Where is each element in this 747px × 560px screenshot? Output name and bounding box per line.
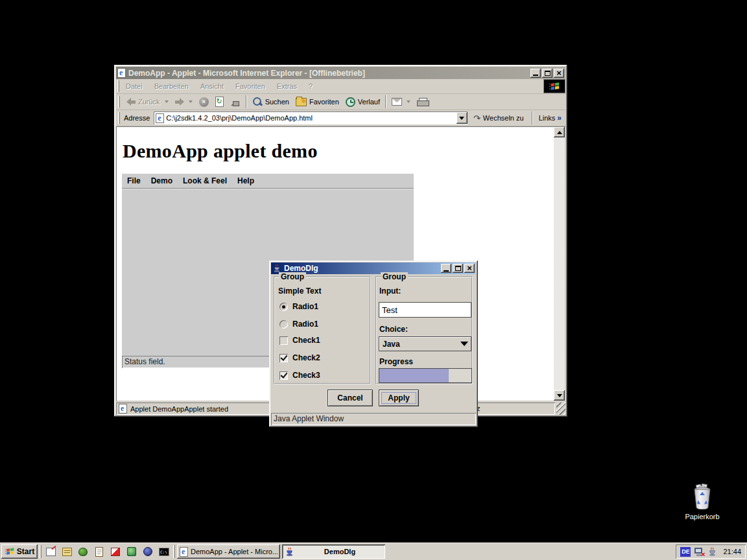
menu-ansicht[interactable]: Ansicht [195, 81, 229, 91]
browser-title: DemoApp - Applet - Microsoft Internet Ex… [128, 69, 529, 78]
browser-toolbar: Zurück × ↻ Suchen Favoriten Verlauf [116, 94, 565, 110]
go-button[interactable]: ↷ Wechseln zu [470, 111, 527, 125]
checkbox-icon[interactable] [279, 354, 288, 362]
history-icon [346, 97, 355, 107]
vertical-scrollbar[interactable] [554, 127, 565, 401]
close-button[interactable]: × [554, 69, 564, 78]
start-button[interactable]: Start [1, 544, 38, 559]
quicklaunch-grip[interactable] [40, 545, 42, 558]
check-row-3[interactable]: Check3 [279, 371, 320, 380]
radio-row-2[interactable]: Radio1 [279, 320, 318, 329]
bug-tool-icon[interactable] [76, 544, 90, 559]
history-button[interactable]: Verlauf [342, 95, 383, 109]
checkbox-icon[interactable] [279, 336, 288, 345]
print-button[interactable] [414, 95, 431, 109]
input-field [379, 302, 471, 318]
address-input[interactable] [166, 113, 455, 123]
command-prompt-icon[interactable]: C:\ [157, 544, 171, 559]
notes-icon[interactable] [60, 544, 74, 559]
check-row-2[interactable]: Check2 [279, 353, 320, 362]
radio-row-1[interactable]: Radio1 [279, 302, 318, 311]
show-desktop-icon[interactable] [43, 544, 58, 559]
mail-icon [392, 98, 402, 106]
search-icon [252, 97, 263, 107]
system-tray: DE × 21:44 [676, 544, 746, 559]
dialog-body: Group Simple Text Radio1 Radio1 Check1 C… [271, 274, 476, 425]
combobox-arrow-icon[interactable] [458, 338, 471, 350]
applet-menu-demo[interactable]: Demo [151, 176, 172, 185]
home-icon [230, 97, 241, 106]
throbber-windows-logo [543, 79, 565, 93]
address-dropdown-button[interactable] [456, 112, 468, 124]
maximize-button[interactable] [542, 69, 552, 78]
links-bar[interactable]: Links » [538, 113, 563, 122]
document-icon[interactable] [92, 544, 106, 559]
recycle-bin-label[interactable]: Papierkorb [679, 513, 726, 520]
globe-icon[interactable] [141, 544, 155, 559]
addressbar-grip[interactable] [118, 112, 120, 124]
back-dropdown-icon[interactable] [165, 100, 169, 105]
home-button[interactable] [227, 95, 244, 109]
menu-extras[interactable]: Extras [272, 81, 302, 91]
address-label: Adresse [124, 114, 150, 122]
forward-dropdown-icon[interactable] [189, 100, 193, 105]
back-button[interactable]: Zurück [123, 95, 172, 109]
search-button[interactable]: Suchen [249, 95, 292, 109]
offline-status-icon[interactable]: × [694, 547, 704, 557]
dialog-close-button[interactable]: × [464, 264, 475, 273]
browser-titlebar[interactable]: DemoApp - Applet - Microsoft Internet Ex… [116, 67, 565, 79]
group-right-title: Group [381, 272, 408, 281]
radio-icon[interactable] [279, 320, 288, 329]
messenger-icon[interactable] [124, 544, 139, 559]
browser-menubar: Datei Bearbeiten Ansicht Favoriten Extra… [116, 79, 565, 94]
media-player-icon[interactable] [108, 544, 123, 559]
address-field [154, 111, 468, 124]
apply-button[interactable]: Apply [379, 390, 419, 406]
links-chevron-icon[interactable]: » [557, 113, 562, 122]
windows-flag-icon [549, 82, 560, 91]
mail-dropdown-icon[interactable] [407, 100, 410, 105]
menu-bearbeiten[interactable]: Bearbeiten [149, 81, 194, 91]
dialog-title: DemoDlg [284, 264, 440, 273]
text-input[interactable] [379, 303, 471, 317]
resize-grip[interactable] [556, 402, 565, 415]
refresh-button[interactable]: ↻ [212, 95, 227, 109]
applet-menu-help[interactable]: Help [237, 176, 254, 185]
scroll-up-button[interactable] [554, 127, 565, 137]
toolbar-grip[interactable] [118, 96, 120, 108]
favorites-button[interactable]: Favoriten [292, 95, 342, 109]
applet-menubar: File Demo Look & Feel Help [122, 174, 414, 189]
recycle-bin[interactable]: Papierkorb [679, 484, 726, 520]
check-row-1[interactable]: Check1 [279, 336, 320, 345]
simple-text-label: Simple Text [278, 286, 321, 296]
forward-button[interactable] [172, 95, 196, 109]
stop-button[interactable]: × [196, 95, 212, 109]
choice-label: Choice: [379, 325, 408, 334]
choice-combobox[interactable]: Java [379, 336, 471, 351]
desktop: { "colors": { "desktop": "#000000", "chr… [0, 0, 747, 560]
menubar-grip[interactable] [117, 80, 119, 92]
refresh-icon: ↻ [215, 97, 224, 107]
applet-menu-lookfeel[interactable]: Look & Feel [183, 176, 227, 185]
progress-bar [379, 368, 472, 383]
applet-menu-file[interactable]: File [127, 176, 141, 185]
keyboard-layout-indicator[interactable]: DE [680, 547, 691, 557]
progress-label: Progress [379, 357, 413, 366]
minimize-button[interactable] [530, 69, 541, 78]
dialog-maximize-button[interactable] [453, 264, 463, 273]
task-button-demodlg[interactable]: DemoDlg [282, 544, 385, 559]
menu-help[interactable]: ? [303, 81, 318, 91]
checkbox-icon[interactable] [279, 371, 288, 380]
java-tray-icon[interactable] [707, 547, 717, 557]
mail-button[interactable] [388, 95, 414, 109]
dialog-minimize-button[interactable] [441, 264, 451, 273]
windows-flag-icon [5, 547, 15, 556]
scroll-down-button[interactable] [554, 390, 565, 401]
internet-explorer-icon [117, 68, 126, 78]
tasks-grip[interactable] [173, 545, 175, 558]
radio-icon[interactable] [279, 303, 288, 311]
menu-datei[interactable]: Datei [121, 81, 148, 91]
cancel-button[interactable]: Cancel [327, 390, 373, 406]
task-button-browser[interactable]: DemoApp - Applet - Micro... [177, 544, 280, 559]
menu-favoriten[interactable]: Favoriten [230, 81, 270, 91]
